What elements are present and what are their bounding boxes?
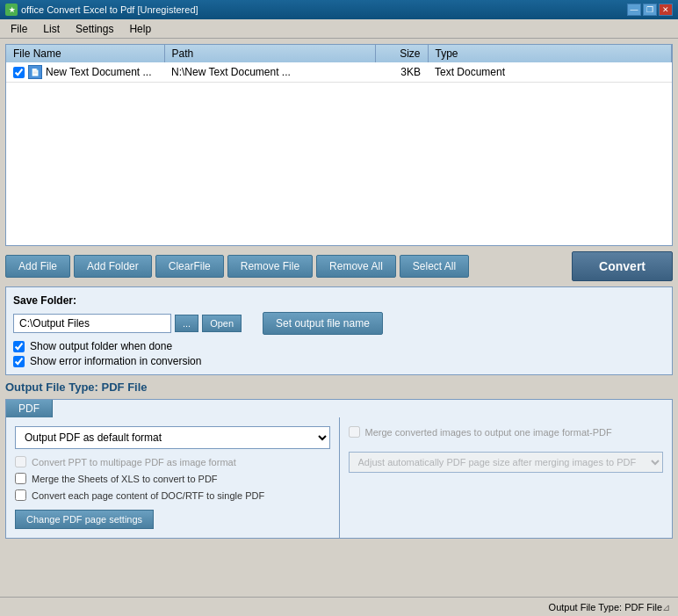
show-output-checkbox[interactable] bbox=[13, 341, 25, 352]
menu-file[interactable]: File bbox=[4, 21, 34, 37]
file-path-cell: N:\New Text Document ... bbox=[164, 62, 375, 83]
merge-images-label: Merge converted images to output one ima… bbox=[365, 427, 612, 438]
col-filename: File Name bbox=[6, 45, 164, 62]
file-name-cell: 📄 New Text Document ... bbox=[6, 62, 164, 83]
show-error-checkbox[interactable] bbox=[13, 356, 25, 367]
restore-button[interactable]: ❐ bbox=[643, 4, 657, 16]
menu-bar: File List Settings Help bbox=[0, 19, 678, 39]
col-path: Path bbox=[164, 45, 375, 62]
file-list-container: File Name Path Size Type 📄 New Text Docu… bbox=[5, 44, 673, 246]
convert-ppt-row: Convert PPT to multipage PDF as image fo… bbox=[15, 456, 330, 467]
pdf-left: Output PDF as default format Convert PPT… bbox=[6, 417, 340, 538]
table-header-row: File Name Path Size Type bbox=[6, 45, 672, 62]
set-output-button[interactable]: Set output file name bbox=[263, 312, 383, 335]
status-bar: Output File Type: PDF File ⊿ bbox=[0, 597, 678, 616]
col-size: Size bbox=[375, 45, 428, 62]
select-all-button[interactable]: Select All bbox=[400, 255, 469, 278]
remove-file-button[interactable]: Remove File bbox=[227, 255, 313, 278]
merge-xls-label: Merge the Sheets of XLS to convert to PD… bbox=[32, 474, 218, 484]
folder-path-input[interactable] bbox=[13, 314, 171, 333]
output-section: Output File Type: PDF File PDF Output PD… bbox=[5, 380, 673, 611]
convert-doc-label: Convert each page content of DOC/RTF to … bbox=[32, 490, 264, 501]
open-button[interactable]: Open bbox=[202, 315, 242, 332]
convert-button[interactable]: Convert bbox=[572, 251, 673, 281]
merge-xls-row: Merge the Sheets of XLS to convert to PD… bbox=[15, 473, 330, 484]
pdf-content: Output PDF as default format Convert PPT… bbox=[6, 417, 672, 538]
show-error-row: Show error information in conversion bbox=[13, 355, 665, 367]
status-label: Output File Type: PDF File bbox=[549, 602, 662, 612]
menu-settings[interactable]: Settings bbox=[69, 21, 120, 37]
clear-file-button[interactable]: ClearFile bbox=[155, 255, 224, 278]
pdf-format-dropdown[interactable]: Output PDF as default format bbox=[15, 426, 330, 449]
app-title: office Convert Excel to Pdf [Unregistere… bbox=[21, 4, 198, 15]
convert-doc-checkbox[interactable] bbox=[15, 489, 26, 501]
app-icon: ★ bbox=[5, 4, 18, 16]
add-folder-button[interactable]: Add Folder bbox=[74, 255, 152, 278]
show-output-row: Show output folder when done bbox=[13, 340, 665, 352]
pdf-right: Merge converted images to output one ima… bbox=[340, 417, 673, 538]
title-bar: ★ office Convert Excel to Pdf [Unregiste… bbox=[0, 0, 678, 19]
table-row: 📄 New Text Document ... N:\New Text Docu… bbox=[6, 62, 672, 83]
minimize-button[interactable]: — bbox=[627, 4, 641, 16]
menu-list[interactable]: List bbox=[36, 21, 67, 37]
file-name-label: New Text Document ... bbox=[46, 66, 152, 78]
pdf-tab-container: PDF Output PDF as default format Convert… bbox=[5, 399, 673, 539]
pdf-tab[interactable]: PDF bbox=[6, 400, 53, 417]
merge-dropdown[interactable]: Adjust automatically PDF page size after… bbox=[349, 452, 664, 473]
merge-images-row: Merge converted images to output one ima… bbox=[349, 426, 664, 438]
convert-ppt-checkbox[interactable] bbox=[15, 456, 26, 467]
file-list-table: File Name Path Size Type 📄 New Text Docu… bbox=[6, 45, 672, 83]
add-file-button[interactable]: Add File bbox=[5, 255, 70, 278]
merge-xls-checkbox[interactable] bbox=[15, 473, 26, 484]
file-checkbox[interactable] bbox=[13, 67, 25, 78]
menu-help[interactable]: Help bbox=[122, 21, 158, 37]
save-folder-section: Save Folder: ... Open Set output file na… bbox=[5, 286, 673, 375]
show-error-label: Show error information in conversion bbox=[30, 355, 201, 367]
file-size-cell: 3KB bbox=[375, 62, 428, 83]
output-title: Output File Type: PDF File bbox=[5, 380, 673, 394]
title-bar-left: ★ office Convert Excel to Pdf [Unregiste… bbox=[5, 4, 198, 16]
title-bar-controls[interactable]: — ❐ ✕ bbox=[627, 4, 673, 16]
file-type-cell: Text Document bbox=[428, 62, 672, 83]
save-folder-label: Save Folder: bbox=[13, 294, 665, 307]
close-button[interactable]: ✕ bbox=[659, 4, 673, 16]
status-text-right: Output File Type: PDF File bbox=[549, 602, 662, 612]
convert-doc-row: Convert each page content of DOC/RTF to … bbox=[15, 489, 330, 501]
col-type: Type bbox=[428, 45, 672, 62]
change-pdf-settings-button[interactable]: Change PDF page settings bbox=[15, 510, 154, 529]
remove-all-button[interactable]: Remove All bbox=[316, 255, 396, 278]
show-output-label: Show output folder when done bbox=[30, 340, 172, 352]
save-folder-row: ... Open Set output file name bbox=[13, 312, 665, 335]
convert-ppt-label: Convert PPT to multipage PDF as image fo… bbox=[32, 457, 236, 467]
toolbar: Add File Add Folder ClearFile Remove Fil… bbox=[5, 251, 673, 281]
merge-images-checkbox[interactable] bbox=[349, 426, 360, 438]
main-content: File Name Path Size Type 📄 New Text Docu… bbox=[0, 39, 678, 616]
browse-button[interactable]: ... bbox=[175, 315, 198, 332]
file-icon: 📄 bbox=[28, 65, 42, 79]
resize-grip[interactable]: ⊿ bbox=[662, 602, 673, 612]
